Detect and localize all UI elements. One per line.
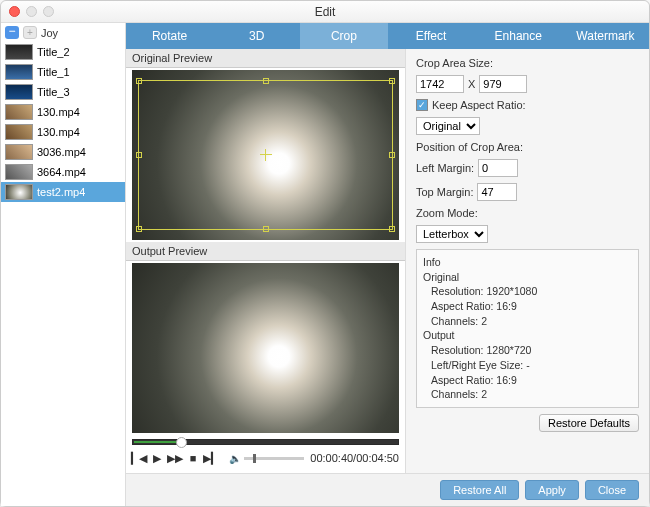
keep-aspect-label: Keep Aspect Ratio:	[432, 99, 526, 111]
crop-handle[interactable]	[136, 226, 142, 232]
list-item[interactable]: 3664.mp4	[1, 162, 125, 182]
crop-handle[interactable]	[389, 78, 395, 84]
output-frame	[132, 263, 399, 433]
play-icon[interactable]: ▶	[150, 451, 164, 465]
volume-knob[interactable]	[253, 454, 256, 463]
stop-icon[interactable]: ■	[186, 451, 200, 465]
sidebar-list: Title_2 Title_1 Title_3 130.mp4 130.mp4 …	[1, 42, 125, 506]
volume-control: 🔈	[228, 451, 304, 465]
crop-size-label: Crop Area Size:	[416, 57, 493, 69]
sidebar: − + Joy Title_2 Title_1 Title_3 130.mp4 …	[1, 23, 126, 506]
crop-rectangle[interactable]	[138, 80, 393, 230]
close-window-icon[interactable]	[9, 6, 20, 17]
original-frame	[132, 70, 399, 240]
info-output-channels: Channels: 2	[423, 387, 632, 402]
info-original-aspect: Aspect Ratio: 16:9	[423, 299, 632, 314]
sidebar-group-label: Joy	[41, 27, 58, 39]
left-margin-input[interactable]	[478, 159, 518, 177]
output-preview	[132, 263, 399, 433]
zoom-mode-select[interactable]: Letterbox	[416, 225, 488, 243]
list-item[interactable]: test2.mp4	[1, 182, 125, 202]
titlebar: Edit	[1, 1, 649, 23]
transport-row: ▎◀ ▶ ▶▶ ■ ▶▎ 🔈 00:00:40/00:04:50	[132, 451, 399, 465]
content-area: − + Joy Title_2 Title_1 Title_3 130.mp4 …	[1, 23, 649, 506]
tab-enhance[interactable]: Enhance	[475, 23, 562, 49]
original-preview[interactable]	[132, 70, 399, 240]
list-item[interactable]: Title_3	[1, 82, 125, 102]
list-item[interactable]: 3036.mp4	[1, 142, 125, 162]
preview-column: Original Preview	[126, 49, 406, 473]
crop-handle[interactable]	[136, 78, 142, 84]
prev-icon[interactable]: ▎◀	[132, 451, 146, 465]
output-preview-label: Output Preview	[126, 242, 405, 261]
traffic-lights	[9, 6, 54, 17]
tab-watermark[interactable]: Watermark	[562, 23, 649, 49]
zoom-window-icon[interactable]	[43, 6, 54, 17]
list-item-label: 130.mp4	[37, 106, 80, 118]
crop-height-input[interactable]	[479, 75, 527, 93]
edit-window: Edit − + Joy Title_2 Title_1 Title_3 130…	[0, 0, 650, 507]
tab-crop[interactable]: Crop	[300, 23, 387, 49]
top-margin-label: Top Margin:	[416, 186, 473, 198]
main-panel: Rotate 3D Crop Effect Enhance Watermark …	[126, 23, 649, 506]
crop-handle[interactable]	[263, 226, 269, 232]
info-output-label: Output	[423, 328, 632, 343]
crop-handle[interactable]	[389, 152, 395, 158]
window-title: Edit	[315, 5, 336, 19]
crop-handle[interactable]	[263, 78, 269, 84]
playback-icons: ▎◀ ▶ ▶▶ ■ ▶▎	[132, 451, 218, 465]
fast-forward-icon[interactable]: ▶▶	[168, 451, 182, 465]
list-item-label: Title_2	[37, 46, 70, 58]
seek-progress	[134, 441, 182, 443]
list-item-label: 3664.mp4	[37, 166, 86, 178]
tabs: Rotate 3D Crop Effect Enhance Watermark	[126, 23, 649, 49]
thumbnail-icon	[5, 144, 33, 160]
restore-all-button[interactable]: Restore All	[440, 480, 519, 500]
footer: Restore All Apply Close	[126, 473, 649, 506]
tab-3d[interactable]: 3D	[213, 23, 300, 49]
thumbnail-icon	[5, 84, 33, 100]
tab-rotate[interactable]: Rotate	[126, 23, 213, 49]
list-item[interactable]: 130.mp4	[1, 102, 125, 122]
list-item-label: test2.mp4	[37, 186, 85, 198]
thumbnail-icon	[5, 164, 33, 180]
x-separator: X	[468, 78, 475, 90]
volume-icon[interactable]: 🔈	[228, 451, 242, 465]
next-icon[interactable]: ▶▎	[204, 451, 218, 465]
crop-center-icon	[260, 149, 272, 161]
keep-aspect-checkbox[interactable]: ✓	[416, 99, 428, 111]
expand-group-button[interactable]: +	[23, 26, 37, 39]
sidebar-header: − + Joy	[1, 23, 125, 42]
settings-column: Crop Area Size: X ✓ Keep Aspect Ratio: O…	[406, 49, 649, 473]
thumbnail-icon	[5, 124, 33, 140]
seek-bar[interactable]	[132, 439, 399, 445]
list-item-label: 130.mp4	[37, 126, 80, 138]
crop-handle[interactable]	[389, 226, 395, 232]
info-original-channels: Channels: 2	[423, 314, 632, 329]
info-heading: Info	[423, 255, 632, 270]
original-preview-label: Original Preview	[126, 49, 405, 68]
crop-width-input[interactable]	[416, 75, 464, 93]
info-original-label: Original	[423, 270, 632, 285]
info-output-aspect: Aspect Ratio: 16:9	[423, 373, 632, 388]
minimize-window-icon[interactable]	[26, 6, 37, 17]
info-original-resolution: Resolution: 1920*1080	[423, 284, 632, 299]
left-margin-label: Left Margin:	[416, 162, 474, 174]
crop-handle[interactable]	[136, 152, 142, 158]
restore-defaults-button[interactable]: Restore Defaults	[539, 414, 639, 432]
info-output-resolution: Resolution: 1280*720	[423, 343, 632, 358]
seek-knob[interactable]	[176, 437, 187, 448]
tab-effect[interactable]: Effect	[388, 23, 475, 49]
list-item[interactable]: 130.mp4	[1, 122, 125, 142]
volume-slider[interactable]	[244, 457, 304, 460]
list-item-label: Title_1	[37, 66, 70, 78]
apply-button[interactable]: Apply	[525, 480, 579, 500]
aspect-ratio-select[interactable]: Original	[416, 117, 480, 135]
top-margin-input[interactable]	[477, 183, 517, 201]
collapse-group-button[interactable]: −	[5, 26, 19, 39]
list-item[interactable]: Title_2	[1, 42, 125, 62]
close-button[interactable]: Close	[585, 480, 639, 500]
list-item[interactable]: Title_1	[1, 62, 125, 82]
thumbnail-icon	[5, 104, 33, 120]
info-box: Info Original Resolution: 1920*1080 Aspe…	[416, 249, 639, 408]
